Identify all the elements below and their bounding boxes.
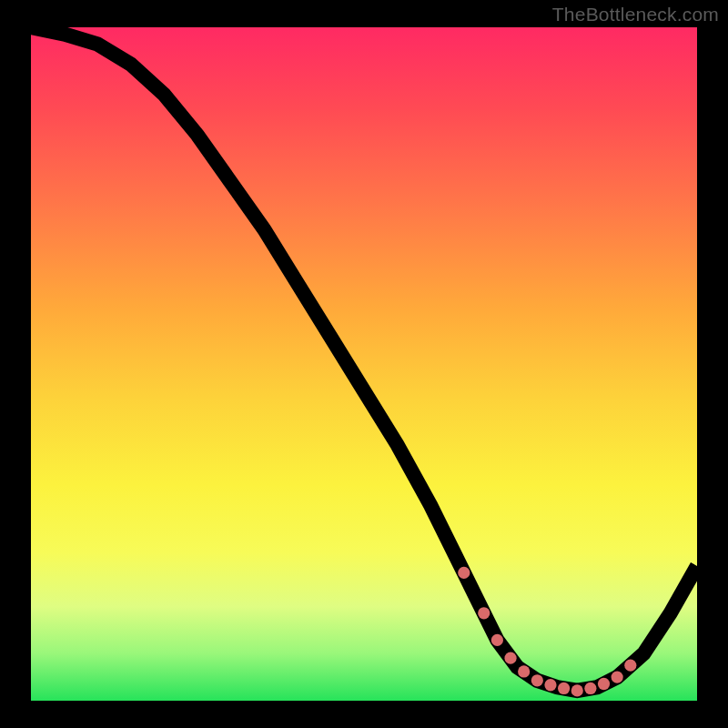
curve-marker [571,684,583,696]
plot-area [31,27,697,701]
curve-marker [504,652,516,663]
curve-marker [584,682,596,694]
curve-marker [458,567,470,579]
curve-marker [558,682,570,694]
curve-marker [478,607,490,619]
curve-marker [518,665,530,677]
curve-marker [544,679,556,691]
chart-frame: TheBottleneck.com [0,0,728,728]
curve-svg [31,27,697,701]
bottleneck-curve [31,27,697,691]
watermark-text: TheBottleneck.com [552,4,719,25]
curve-marker [624,659,636,671]
curve-marker [598,678,610,690]
curve-marker [612,671,623,682]
curve-marker [531,674,543,686]
curve-marker [491,634,503,646]
